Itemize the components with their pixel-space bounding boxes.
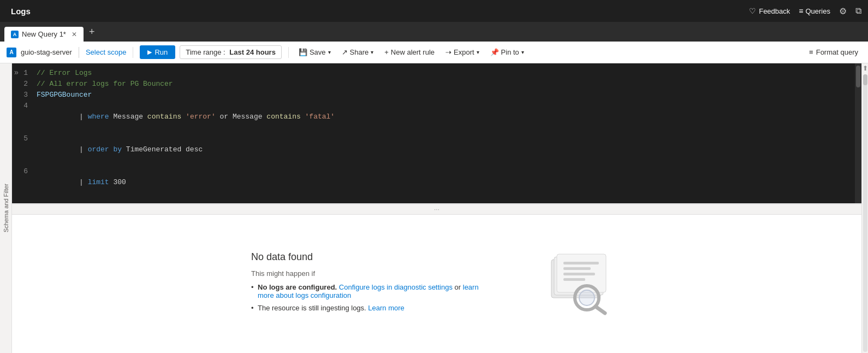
- heart-icon: ♡: [749, 7, 756, 15]
- no-data-container: No data found This might happen if No lo…: [229, 227, 644, 342]
- right-collapse-button[interactable]: ⬆: [861, 63, 869, 73]
- pin-chevron-icon: ▾: [521, 49, 524, 55]
- export-button[interactable]: ⇢ Export ▾: [442, 46, 483, 58]
- resize-dots-icon: ···: [434, 205, 439, 213]
- configure-logs-link[interactable]: Configure logs in diagnostic settings: [339, 283, 453, 291]
- play-icon: ▶: [147, 49, 152, 56]
- line-number-6: 6: [12, 166, 37, 177]
- gear-icon: ⚙: [839, 6, 847, 16]
- results-area: No data found This might happen if No lo…: [12, 215, 861, 353]
- line-number-2: 2: [12, 79, 37, 90]
- tab-label: New Query 1*: [22, 30, 66, 38]
- code-content-6: | limit 300: [37, 166, 861, 199]
- new-alert-icon: +: [384, 48, 389, 56]
- no-data-bullet-1: No logs are configured. Configure logs i…: [251, 283, 491, 299]
- no-data-illustration: [535, 249, 622, 320]
- code-content-4: | where Message contains 'error' or Mess…: [37, 101, 861, 133]
- share-chevron-icon: ▾: [371, 49, 373, 55]
- feedback-label: Feedback: [759, 7, 790, 15]
- book-button[interactable]: ⧉: [855, 6, 861, 16]
- queries-button[interactable]: ≡ Queries: [799, 7, 830, 15]
- format-icon: ≡: [809, 48, 813, 56]
- pin-to-label: Pin to: [501, 48, 519, 56]
- time-range-value: Last 24 hours: [229, 48, 276, 56]
- scope-label: guio-stag-server: [21, 48, 72, 56]
- no-data-text-block: No data found This might happen if No lo…: [251, 251, 491, 316]
- code-editor[interactable]: » 1 // Error Logs 2 // All error logs fo…: [12, 63, 861, 204]
- scope-icon: A: [7, 48, 16, 57]
- code-line-2: 2 // All error logs for PG Bouncer: [12, 79, 861, 90]
- right-scrollbar-thumb: [863, 74, 867, 85]
- editor-collapse-button[interactable]: »: [14, 68, 19, 77]
- share-label: Share: [350, 48, 369, 56]
- right-gutter: ⬆: [861, 63, 868, 353]
- tab-scope-icon: A: [11, 31, 19, 38]
- page-title-area: Logs: [7, 7, 740, 16]
- tab-close-icon[interactable]: ✕: [72, 31, 77, 38]
- tab-bar: A New Query 1* ✕ +: [0, 22, 868, 42]
- right-scrollbar-track: [863, 74, 867, 352]
- svg-rect-6: [563, 278, 585, 281]
- save-button[interactable]: 💾 Save ▾: [295, 46, 334, 58]
- tab-new-query-1[interactable]: A New Query 1* ✕: [4, 27, 84, 42]
- main-area: Schema and Filter » 1 // Error Logs 2 //…: [0, 63, 868, 353]
- settings-button[interactable]: ⚙: [839, 6, 847, 16]
- export-chevron-icon: ▾: [477, 49, 479, 55]
- save-icon: 💾: [299, 48, 307, 56]
- code-line-1: 1 // Error Logs: [12, 68, 861, 79]
- format-query-label: Format query: [816, 48, 858, 56]
- resize-handle[interactable]: ···: [12, 204, 861, 215]
- pin-to-button[interactable]: 📌 Pin to ▾: [487, 46, 527, 58]
- still-ingesting-text: The resource is still ingesting logs.: [258, 304, 366, 312]
- scope-separator: [79, 47, 79, 58]
- export-icon: ⇢: [445, 48, 451, 56]
- top-bar-actions: ♡ Feedback ≡ Queries ⚙ ⧉: [749, 6, 861, 16]
- schema-filter-label: Schema and Filter: [3, 184, 9, 232]
- code-content-1: // Error Logs: [37, 68, 861, 79]
- no-data-title: No data found: [251, 251, 491, 263]
- svg-point-8: [579, 290, 594, 305]
- run-button[interactable]: ▶ Run: [140, 45, 175, 59]
- share-button[interactable]: ↗ Share ▾: [338, 46, 377, 58]
- time-range-label: Time range :: [186, 48, 225, 56]
- no-data-subtitle: This might happen if: [251, 269, 491, 278]
- share-icon: ↗: [342, 48, 348, 56]
- svg-rect-5: [563, 273, 595, 275]
- feedback-button[interactable]: ♡ Feedback: [749, 7, 790, 15]
- new-alert-label: New alert rule: [391, 48, 435, 56]
- save-chevron-icon: ▾: [328, 49, 331, 55]
- svg-rect-3: [563, 262, 599, 264]
- run-label: Run: [154, 48, 168, 56]
- schema-filter-panel[interactable]: Schema and Filter: [0, 63, 12, 353]
- book-icon: ⧉: [855, 6, 861, 16]
- time-range-button[interactable]: Time range : Last 24 hours: [180, 45, 282, 59]
- tab-add-button[interactable]: +: [85, 24, 99, 40]
- code-content-2: // All error logs for PG Bouncer: [37, 79, 861, 90]
- select-scope-button[interactable]: Select scope: [86, 48, 126, 56]
- no-data-bullet-2: The resource is still ingesting logs. Le…: [251, 304, 491, 312]
- no-logs-configured-text: No logs are configured.: [258, 283, 337, 291]
- save-label: Save: [310, 48, 326, 56]
- toolbar: A guio-stag-server Select scope ▶ Run Ti…: [0, 42, 868, 63]
- line-number-3: 3: [12, 90, 37, 101]
- svg-line-9: [596, 307, 605, 313]
- no-data-list: No logs are configured. Configure logs i…: [251, 283, 491, 312]
- toolbar-sep-1: [133, 47, 133, 58]
- code-line-5: 5 | order by TimeGenerated desc: [12, 133, 861, 166]
- bullet1-or-text: or: [455, 283, 461, 291]
- line-number-4: 4: [12, 101, 37, 111]
- editor-scrollbar: [855, 63, 861, 203]
- page-title: Logs: [11, 7, 31, 16]
- format-query-button[interactable]: ≡ Format query: [806, 46, 861, 58]
- pin-icon: 📌: [490, 48, 499, 56]
- code-line-4: 4 | where Message contains 'error' or Me…: [12, 101, 861, 133]
- queries-label: Queries: [805, 7, 830, 15]
- new-alert-button[interactable]: + New alert rule: [381, 46, 438, 58]
- code-line-3: 3 FSPGPGBouncer: [12, 90, 861, 101]
- top-bar: Logs ♡ Feedback ≡ Queries ⚙ ⧉: [0, 0, 868, 22]
- code-content-5: | order by TimeGenerated desc: [37, 133, 861, 166]
- editor-area: » 1 // Error Logs 2 // All error logs fo…: [12, 63, 861, 353]
- learn-more-link[interactable]: Learn more: [368, 304, 404, 312]
- queries-icon: ≡: [799, 7, 803, 15]
- code-line-6: 6 | limit 300: [12, 166, 861, 199]
